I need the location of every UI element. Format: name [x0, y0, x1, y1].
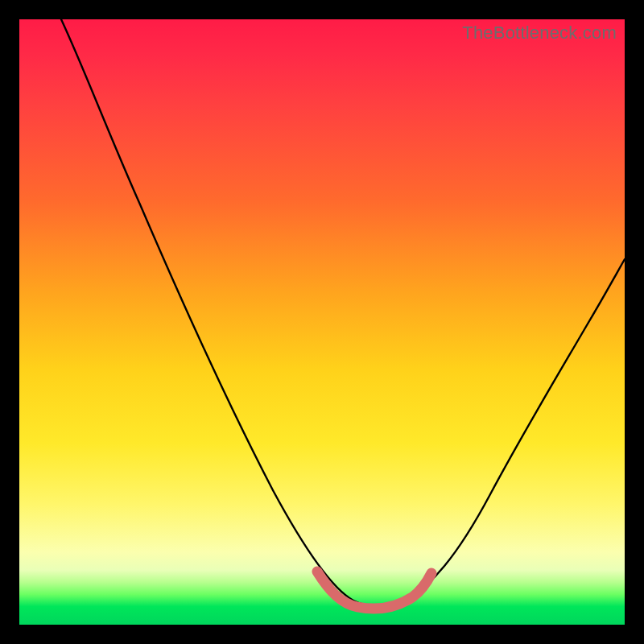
series-bottom-highlight	[317, 572, 431, 609]
chart-frame: TheBottleneck.com	[0, 0, 644, 644]
chart-curves	[19, 19, 625, 625]
chart-plot-area: TheBottleneck.com	[19, 19, 625, 625]
series-curve	[61, 19, 625, 606]
